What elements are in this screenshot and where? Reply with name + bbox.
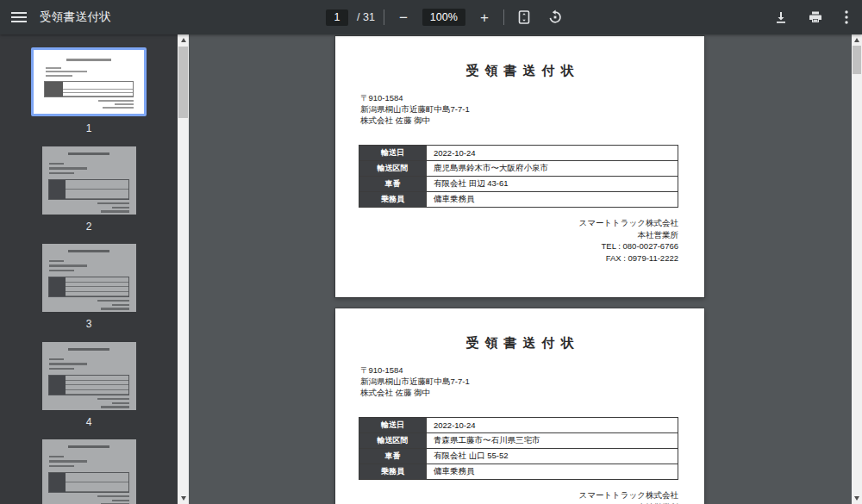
shipment-table: 輸送日 2022-10-24 輸送区間 青森県工藤市〜石川県三宅市 車番 有限会… xyxy=(359,417,678,480)
table-row: 車番 有限会社 山口 55-52 xyxy=(359,449,678,464)
thumbnail-page-number: 3 xyxy=(86,318,92,330)
thumbnail-preview xyxy=(42,439,136,504)
toolbar: 受領書送付状 / 31 − 100% + xyxy=(0,0,862,34)
sender-company: スマートトラック株式会社 xyxy=(578,489,678,501)
zoom-in-icon: + xyxy=(480,10,489,25)
main-scrollbar[interactable] xyxy=(852,34,862,504)
row-value: 傭車乗務員 xyxy=(427,192,678,208)
thumbnail-sidebar: 1 2 3 4 xyxy=(0,34,178,504)
scroll-down-button[interactable] xyxy=(178,493,189,504)
recipient-name: 株式会社 佐藤 御中 xyxy=(360,115,470,126)
more-options-button[interactable] xyxy=(836,3,857,31)
recipient-name: 株式会社 佐藤 御中 xyxy=(360,387,470,398)
postal-code: 〒910-1584 xyxy=(360,364,470,376)
rotate-button[interactable] xyxy=(544,3,566,31)
print-icon xyxy=(809,10,822,24)
sender-tel: TEL : 080-0027-6766 xyxy=(578,240,678,252)
address-line: 新潟県桐山市近藤町中島7-7-1 xyxy=(360,376,470,387)
table-row: 車番 有限会社 田辺 43-61 xyxy=(359,177,678,192)
menu-button[interactable] xyxy=(5,3,33,31)
rotate-icon xyxy=(547,9,563,25)
document-title: 受領書送付状 xyxy=(40,9,111,25)
scroll-up-button[interactable] xyxy=(852,34,862,46)
thumbnail-page-number: 2 xyxy=(86,221,92,233)
row-label: 車番 xyxy=(359,449,427,464)
thumbnail-page-1[interactable]: 1 xyxy=(0,47,178,134)
selected-thumbnail-frame xyxy=(31,47,147,116)
sender-block: スマートトラック株式会社 本社営業所 TEL : 080-0027-6766 F… xyxy=(578,217,678,264)
thumbnail-page-number: 1 xyxy=(86,122,92,134)
arrow-down-icon xyxy=(181,496,186,501)
table-row: 輸送区間 青森県工藤市〜石川県三宅市 xyxy=(359,433,678,449)
document-area: 受領書送付状 〒910-1584 新潟県桐山市近藤町中島7-7-1 株式会社 佐… xyxy=(189,34,852,504)
hamburger-icon xyxy=(11,10,27,24)
row-label: 輸送区間 xyxy=(359,161,427,177)
row-label: 乗務員 xyxy=(359,464,427,480)
arrow-up-icon xyxy=(854,38,859,42)
table-row: 輸送日 2022-10-24 xyxy=(359,418,678,433)
zoom-out-button[interactable]: − xyxy=(393,3,414,31)
row-value: 有限会社 山口 55-52 xyxy=(427,449,678,464)
sidebar-scrollbar[interactable] xyxy=(178,34,189,504)
thumbnail-page-3[interactable]: 3 xyxy=(0,244,178,330)
row-label: 車番 xyxy=(359,177,427,192)
shipment-table: 輸送日 2022-10-24 輸送区間 鹿児島県鈴木市〜大阪府小泉市 車番 有限… xyxy=(359,145,678,208)
table-row: 乗務員 傭車乗務員 xyxy=(359,192,678,208)
thumbnail-preview xyxy=(42,244,136,312)
row-label: 輸送日 xyxy=(359,146,427,161)
arrow-down-icon xyxy=(854,496,859,501)
sidebar-scrollbar-thumb[interactable] xyxy=(178,47,188,118)
page-title: 受領書送付状 xyxy=(335,63,704,79)
sender-block: スマートトラック株式会社 本社営業所 xyxy=(578,489,678,504)
pdf-page-1: 受領書送付状 〒910-1584 新潟県桐山市近藤町中島7-7-1 株式会社 佐… xyxy=(335,36,704,297)
sender-office: 本社営業所 xyxy=(578,501,678,504)
zoom-out-icon: − xyxy=(399,10,408,25)
toolbar-divider xyxy=(503,9,504,25)
row-value: 2022-10-24 xyxy=(427,146,678,161)
page-number-input[interactable] xyxy=(326,9,348,26)
sender-office: 本社営業所 xyxy=(578,229,678,241)
zoom-in-button[interactable]: + xyxy=(474,3,495,31)
row-label: 輸送日 xyxy=(359,418,427,433)
thumbnail-preview xyxy=(42,342,136,410)
scroll-down-button[interactable] xyxy=(852,493,862,504)
print-button[interactable] xyxy=(802,3,829,31)
thumbnail-preview xyxy=(37,53,141,110)
thumbnail-page-5[interactable] xyxy=(0,439,178,504)
toolbar-center: / 31 − 100% + xyxy=(326,0,566,34)
fit-page-icon xyxy=(517,9,531,25)
recipient-block: 〒910-1584 新潟県桐山市近藤町中島7-7-1 株式会社 佐藤 御中 xyxy=(360,92,470,126)
pdf-page-2: 受領書送付状 〒910-1584 新潟県桐山市近藤町中島7-7-1 株式会社 佐… xyxy=(335,308,704,504)
zoom-level: 100% xyxy=(422,9,465,26)
row-label: 乗務員 xyxy=(359,192,427,208)
sender-fax: FAX : 0979-11-2222 xyxy=(578,252,678,264)
toolbar-left: 受領書送付状 xyxy=(0,0,111,34)
arrow-up-icon xyxy=(181,38,186,42)
row-label: 輸送区間 xyxy=(359,433,427,449)
download-button[interactable] xyxy=(767,3,795,31)
thumbnail-preview xyxy=(42,146,136,215)
sender-company: スマートトラック株式会社 xyxy=(578,217,678,229)
row-value: 2022-10-24 xyxy=(427,418,678,433)
scroll-up-button[interactable] xyxy=(178,34,189,46)
download-icon xyxy=(774,10,788,24)
main-scrollbar-thumb[interactable] xyxy=(853,46,861,74)
toolbar-right xyxy=(767,0,857,34)
address-line: 新潟県桐山市近藤町中島7-7-1 xyxy=(360,103,470,115)
row-value: 鹿児島県鈴木市〜大阪府小泉市 xyxy=(427,161,678,177)
toolbar-divider xyxy=(384,9,384,25)
table-row: 乗務員 傭車乗務員 xyxy=(359,464,678,480)
thumbnail-page-4[interactable]: 4 xyxy=(0,342,178,428)
fit-page-button[interactable] xyxy=(513,3,535,31)
row-value: 傭車乗務員 xyxy=(427,464,678,480)
page-title: 受領書送付状 xyxy=(335,335,704,352)
postal-code: 〒910-1584 xyxy=(360,92,470,103)
row-value: 有限会社 田辺 43-61 xyxy=(427,177,678,192)
thumbnail-page-number: 4 xyxy=(86,416,92,428)
row-value: 青森県工藤市〜石川県三宅市 xyxy=(427,433,678,449)
thumbnail-page-2[interactable]: 2 xyxy=(0,146,178,233)
table-row: 輸送区間 鹿児島県鈴木市〜大阪府小泉市 xyxy=(359,161,678,177)
table-row: 輸送日 2022-10-24 xyxy=(359,146,678,161)
kebab-menu-icon xyxy=(845,10,848,24)
recipient-block: 〒910-1584 新潟県桐山市近藤町中島7-7-1 株式会社 佐藤 御中 xyxy=(360,364,470,398)
